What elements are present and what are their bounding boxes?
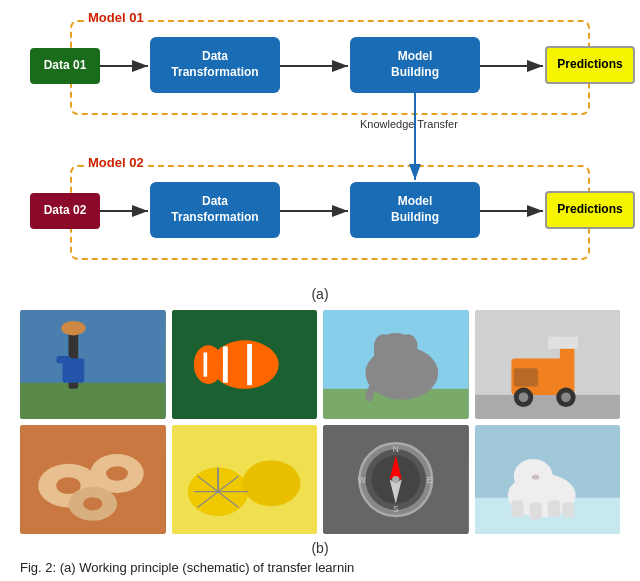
list-item: N S W E (323, 425, 469, 534)
caption-a: (a) (311, 286, 328, 302)
predictions2-node: Predictions (545, 191, 635, 229)
svg-rect-78 (562, 503, 574, 518)
model1-box: Model 01 (70, 20, 590, 115)
model1-label: Model 01 (84, 10, 148, 25)
main-container: Model 01 Model 02 Data 01 Data 02 DataTr… (0, 0, 640, 581)
svg-point-12 (61, 321, 85, 336)
model-building2-node: ModelBuilding (350, 182, 480, 238)
svg-point-28 (398, 334, 417, 358)
transform2-node: DataTransformation (150, 182, 280, 238)
svg-text:N: N (393, 444, 399, 454)
svg-rect-22 (203, 352, 207, 376)
model-building1-node: ModelBuilding (350, 37, 480, 93)
svg-point-45 (106, 466, 128, 481)
list-item (475, 310, 621, 419)
list-item (20, 310, 166, 419)
svg-rect-15 (56, 356, 71, 363)
transform1-node: DataTransformation (150, 37, 280, 93)
predictions1-node: Predictions (545, 46, 635, 84)
svg-point-39 (561, 392, 571, 402)
model2-box: Model 02 (70, 165, 590, 260)
svg-text:W: W (358, 475, 366, 485)
svg-rect-34 (547, 337, 577, 344)
svg-rect-77 (547, 500, 559, 517)
fig-caption: Fig. 2: (a) Working principle (schematic… (20, 560, 620, 575)
list-item (172, 310, 318, 419)
list-item (20, 425, 166, 534)
svg-rect-10 (20, 383, 166, 419)
svg-text:S: S (393, 504, 399, 514)
svg-point-27 (374, 334, 393, 358)
svg-rect-40 (513, 368, 537, 386)
data2-node: Data 02 (30, 193, 100, 229)
svg-text:E: E (427, 475, 433, 485)
svg-rect-75 (511, 500, 523, 517)
svg-rect-31 (475, 395, 621, 419)
list-item (172, 425, 318, 534)
image-grid-section: N S W E (20, 310, 620, 575)
caption-b: (b) (20, 540, 620, 556)
svg-point-74 (531, 475, 538, 480)
svg-rect-18 (222, 346, 227, 382)
svg-rect-76 (529, 503, 541, 520)
svg-point-21 (193, 345, 222, 384)
data1-node: Data 01 (30, 48, 100, 84)
image-grid: N S W E (20, 310, 620, 534)
svg-point-47 (83, 497, 102, 510)
model2-label: Model 02 (84, 155, 148, 170)
list-item (475, 425, 621, 534)
diagram-section: Model 01 Model 02 Data 01 Data 02 DataTr… (20, 10, 620, 280)
knowledge-transfer-label: Knowledge Transfer (360, 118, 458, 130)
svg-rect-19 (247, 344, 252, 385)
svg-point-37 (518, 392, 528, 402)
svg-point-61 (392, 476, 399, 483)
svg-point-50 (242, 460, 300, 506)
svg-rect-35 (547, 344, 577, 349)
list-item (323, 310, 469, 419)
